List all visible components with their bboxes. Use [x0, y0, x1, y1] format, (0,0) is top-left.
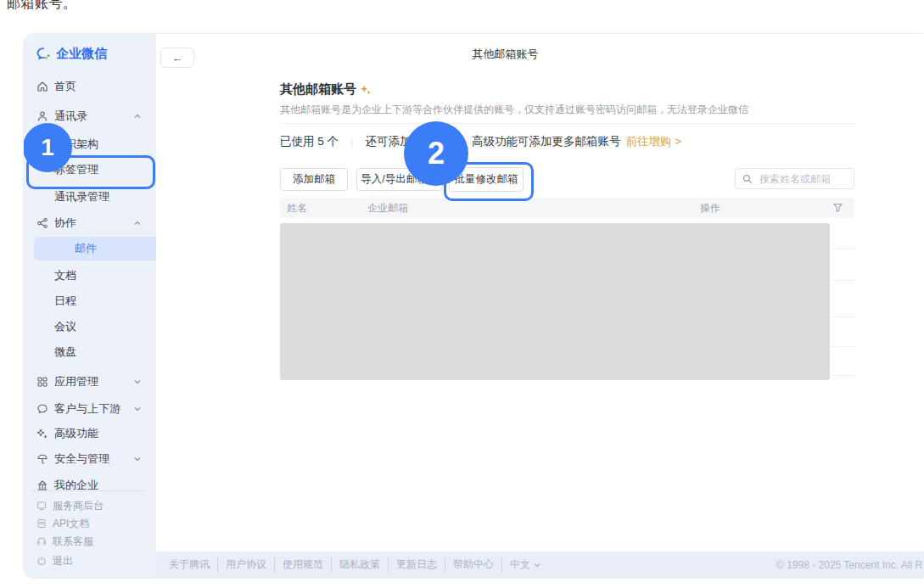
- sidebar-item-my-company[interactable]: 我的企业: [29, 473, 151, 497]
- sidebar-item-label: 退出: [53, 554, 73, 568]
- sidebar-item-contacts-management[interactable]: 通讯录管理: [29, 185, 176, 209]
- add-mailbox-button[interactable]: 添加邮箱: [280, 168, 348, 191]
- sidebar-item-provider-console[interactable]: 服务商后台: [29, 497, 151, 514]
- search-input[interactable]: [758, 172, 847, 186]
- sidebar-item-label: 微盘: [54, 344, 76, 360]
- main-area: ← 其他邮箱账号 其他邮箱账号 其他邮箱账号是为企业上下游等合作伙伴提供的账号，…: [156, 34, 924, 578]
- table-header: 姓名 企业邮箱 操作: [280, 198, 854, 218]
- upsell-note: 高级功能可添加更多邮箱账号 前往增购 >: [472, 134, 681, 149]
- search-box[interactable]: [735, 168, 854, 189]
- sidebar-item-logout[interactable]: 退出: [29, 552, 151, 569]
- content: 其他邮箱账号 其他邮箱账号是为企业上下游等合作伙伴提供的账号，仅支持通过账号密码…: [156, 75, 924, 552]
- sidebar-item-app-management[interactable]: 应用管理: [29, 370, 151, 394]
- sidebar-item-label: 首页: [54, 79, 76, 94]
- sparkle-icon: [36, 428, 48, 440]
- column-header-name: 姓名: [287, 198, 307, 218]
- sidebar-item-label: 邮件: [75, 241, 97, 256]
- annotation-step-1-badge: 1: [24, 123, 72, 172]
- stats-separator: ｜: [347, 135, 357, 149]
- console-icon: [36, 501, 47, 512]
- sidebar-item-label: API文档: [53, 517, 89, 531]
- row-divider: [830, 280, 855, 281]
- footer: 关于腾讯 用户协议 使用规范 隐私政策 更新日志 帮助中心 中文 © 1998 …: [156, 552, 924, 578]
- footer-link-changelog[interactable]: 更新日志: [388, 557, 445, 572]
- copyright-text: © 1998 - 2025 Tencent Inc. All R: [776, 559, 922, 571]
- sidebar-item-label: 通讯录: [54, 109, 87, 124]
- headset-icon: [36, 536, 47, 547]
- row-divider: [830, 316, 855, 317]
- filter-icon[interactable]: [832, 202, 843, 213]
- power-icon: [36, 556, 47, 567]
- brand-name: 企业微信: [56, 46, 107, 62]
- section-heading: 其他邮箱账号: [280, 81, 372, 98]
- sidebar-item-contact-support[interactable]: 联系客服: [29, 533, 151, 550]
- instruction-text: 邮箱账号。: [7, 0, 77, 13]
- sidebar-item-security-management[interactable]: 安全与管理: [29, 447, 151, 471]
- wecom-bubble-icon: [36, 47, 51, 62]
- brand-logo: 企业微信: [36, 46, 107, 62]
- chevron-up-icon[interactable]: [134, 220, 141, 227]
- button-label: 批量修改邮箱: [455, 172, 518, 187]
- footer-link-privacy[interactable]: 隐私政策: [331, 557, 388, 572]
- sidebar-item-mail[interactable]: 邮件: [34, 237, 163, 260]
- section-description: 其他邮箱账号是为企业上下游等合作伙伴提供的账号，仅支持通过账号密码访问邮箱，无法…: [280, 103, 748, 117]
- sidebar-item-premium-features[interactable]: 高级功能: [29, 422, 151, 445]
- sidebar-item-label: 通讯录管理: [54, 189, 109, 204]
- sidebar-item-label: 安全与管理: [54, 451, 109, 467]
- topbar: ← 其他邮箱账号: [156, 34, 924, 76]
- app-window: 企业微信 首页 通讯录 组织架构 标签管理 通讯录管理: [24, 34, 924, 578]
- sidebar-item-api-docs[interactable]: API文档: [29, 515, 151, 532]
- used-count: 已使用 5 个: [280, 134, 339, 149]
- document-icon: [36, 518, 47, 529]
- chevron-up-icon[interactable]: [134, 113, 141, 120]
- row-divider: [830, 346, 855, 347]
- upsell-link[interactable]: 前往增购 >: [626, 134, 682, 149]
- sidebar-item-label: 日程: [54, 294, 76, 309]
- row-divider: [830, 375, 855, 376]
- language-selector[interactable]: 中文: [501, 557, 548, 572]
- sidebar-item-label: 高级功能: [54, 426, 98, 441]
- row-divider: [830, 249, 855, 249]
- footer-link-usage-rules[interactable]: 使用规范: [274, 557, 331, 572]
- page-title: 其他邮箱账号: [156, 34, 854, 75]
- redacted-table-rows: [280, 223, 830, 380]
- footer-link-about[interactable]: 关于腾讯: [161, 557, 217, 572]
- sidebar-item-home[interactable]: 首页: [29, 75, 151, 98]
- sidebar-item-label: 客户与上下游: [54, 401, 120, 417]
- collaboration-icon: [36, 217, 48, 230]
- premium-sparkle-icon: [360, 84, 372, 96]
- chevron-down-icon[interactable]: [134, 378, 141, 385]
- column-header-email: 企业邮箱: [367, 198, 408, 218]
- section-heading-text: 其他邮箱账号: [280, 81, 356, 98]
- sidebar-item-label: 服务商后台: [53, 499, 104, 513]
- annotation-step-2-badge: 2: [404, 121, 468, 186]
- home-icon: [36, 81, 48, 93]
- search-icon: [742, 174, 753, 184]
- upsell-text: 高级功能可添加更多邮箱账号: [472, 134, 621, 149]
- divider: [280, 123, 854, 124]
- chevron-down-icon[interactable]: [134, 456, 141, 462]
- contacts-icon: [36, 110, 48, 123]
- footer-link-user-agreement[interactable]: 用户协议: [217, 557, 274, 572]
- sidebar-item-collaboration[interactable]: 协作: [29, 211, 151, 235]
- chat-bubble-icon: [36, 403, 48, 416]
- sidebar-item-calendar[interactable]: 日程: [29, 289, 176, 313]
- sidebar-item-customers[interactable]: 客户与上下游: [29, 397, 151, 421]
- sidebar-item-label: 文档: [54, 268, 76, 283]
- sidebar-divider: [29, 490, 148, 491]
- sidebar: 企业微信 首页 通讯录 组织架构 标签管理 通讯录管理: [24, 34, 156, 578]
- sidebar-item-label: 应用管理: [54, 374, 98, 389]
- footer-links: 关于腾讯 用户协议 使用规范 隐私政策 更新日志 帮助中心 中文: [161, 557, 548, 572]
- sidebar-item-label: 协作: [54, 216, 76, 231]
- button-label: 添加邮箱: [293, 172, 335, 187]
- sidebar-item-label: 联系客服: [53, 535, 93, 549]
- chevron-down-icon: [534, 562, 540, 568]
- chevron-down-icon[interactable]: [134, 406, 141, 412]
- apps-grid-icon: [36, 376, 48, 389]
- sidebar-item-meeting[interactable]: 会议: [29, 315, 176, 339]
- sidebar-item-docs[interactable]: 文档: [29, 264, 176, 288]
- sidebar-item-wedrive[interactable]: 微盘: [29, 340, 176, 364]
- language-label: 中文: [510, 557, 530, 572]
- umbrella-shield-icon: [36, 453, 48, 466]
- footer-link-help-center[interactable]: 帮助中心: [445, 557, 501, 572]
